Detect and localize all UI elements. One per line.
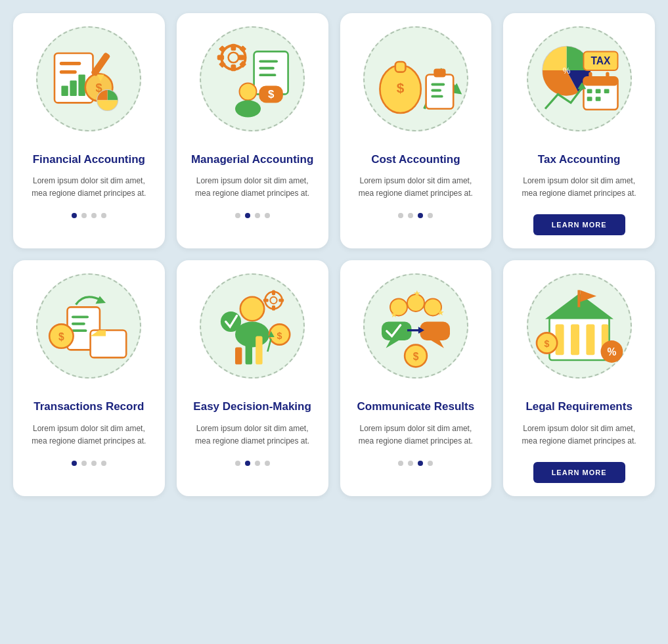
svg-text:★: ★ — [437, 308, 445, 318]
svg-rect-34 — [434, 68, 445, 77]
card-title-transactions: Transactions Record — [22, 392, 156, 418]
dot — [235, 461, 240, 466]
svg-point-63 — [270, 297, 277, 304]
svg-marker-81 — [431, 341, 444, 349]
svg-rect-49 — [587, 97, 592, 101]
dot — [428, 213, 433, 218]
svg-rect-80 — [420, 322, 450, 341]
dot — [418, 461, 423, 466]
svg-rect-65 — [272, 306, 275, 311]
card-desc-legal: Lorem ipsum dolor sit dim amet, mea regi… — [503, 419, 655, 455]
card-title-financial: Financial Accounting — [21, 145, 157, 171]
card-tax-accounting: % TAX — [503, 13, 655, 248]
card-communicate-results: $ ★ ★ ★ Communicate Results Lorem ipsum … — [340, 260, 492, 495]
svg-text:TAX: TAX — [590, 55, 611, 66]
card-desc-tax: Lorem ipsum dolor sit dim amet, mea regi… — [503, 171, 655, 208]
dot — [101, 461, 106, 466]
svg-text:%: % — [607, 347, 616, 358]
card-desc-communicate: Lorem ipsum dolor sit dim amet, mea regi… — [340, 419, 492, 455]
svg-rect-30 — [395, 62, 406, 72]
dot — [81, 461, 87, 466]
dot — [245, 213, 250, 218]
dot — [418, 213, 423, 218]
card-title-legal: Legal Requirements — [514, 392, 644, 418]
card-title-cost: Cost Accounting — [359, 145, 472, 171]
svg-rect-72 — [246, 342, 252, 365]
card-transactions-record: $ Transactions Record Lorem ipsum dolor … — [13, 260, 165, 495]
svg-text:$: $ — [58, 332, 64, 343]
svg-rect-4 — [70, 81, 77, 96]
svg-text:$: $ — [413, 351, 419, 362]
illustration-managerial: $ — [177, 13, 328, 145]
card-desc-decision: Lorem ipsum dolor sit dim amet, mea regi… — [177, 419, 328, 455]
dot — [255, 213, 260, 218]
learn-more-button-legal[interactable]: LEARN MORE — [533, 462, 625, 483]
svg-rect-5 — [79, 75, 85, 97]
illustration-cost: $ — [340, 13, 492, 145]
illustration-financial: $ — [13, 13, 165, 145]
card-desc-cost: Lorem ipsum dolor sit dim amet, mea regi… — [340, 171, 492, 208]
svg-rect-13 — [231, 44, 236, 51]
svg-rect-35 — [431, 83, 445, 86]
svg-text:%: % — [562, 66, 570, 76]
svg-rect-55 — [72, 330, 87, 333]
svg-rect-48 — [604, 89, 609, 94]
dots-financial — [72, 213, 106, 218]
card-financial-accounting: $ Financial Accounting Lorem ipsum dolor… — [13, 13, 165, 248]
svg-point-25 — [240, 83, 257, 101]
dots-communicate — [398, 461, 433, 466]
card-title-decision: Easy Decision-Making — [181, 392, 323, 418]
card-desc-transactions: Lorem ipsum dolor sit dim amet, mea regi… — [13, 419, 165, 455]
dot — [72, 461, 77, 466]
svg-rect-15 — [217, 55, 224, 60]
svg-rect-43 — [583, 77, 617, 85]
svg-rect-23 — [259, 67, 275, 70]
svg-rect-37 — [431, 95, 443, 98]
dots-decision — [235, 461, 270, 466]
svg-rect-47 — [595, 89, 600, 94]
card-desc-managerial: Lorem ipsum dolor sit dim amet, mea regi… — [177, 171, 328, 208]
svg-rect-17 — [219, 45, 226, 53]
svg-point-12 — [229, 53, 239, 63]
svg-rect-45 — [606, 72, 609, 81]
svg-text:$: $ — [277, 331, 282, 341]
dot — [245, 461, 250, 466]
illustration-transactions: $ — [13, 260, 165, 392]
dot — [91, 461, 97, 466]
svg-text:★: ★ — [413, 288, 421, 298]
svg-marker-59 — [96, 296, 106, 304]
dot — [101, 213, 106, 218]
svg-rect-92 — [586, 325, 594, 356]
card-cost-accounting: $ Cost Accounting Lorem ipsum dolor sit … — [340, 13, 492, 248]
svg-point-60 — [240, 297, 264, 321]
dots-transactions — [72, 461, 106, 466]
dot — [81, 213, 87, 218]
svg-rect-98 — [577, 290, 580, 308]
svg-rect-46 — [587, 89, 592, 94]
dot — [408, 213, 413, 218]
dot — [408, 461, 413, 466]
svg-rect-44 — [589, 72, 592, 81]
svg-marker-79 — [386, 341, 399, 349]
card-title-communicate: Communicate Results — [345, 392, 487, 418]
illustration-tax: % TAX — [503, 13, 655, 145]
svg-rect-3 — [62, 85, 68, 96]
svg-rect-64 — [272, 290, 275, 296]
illustration-legal: $ % — [503, 260, 655, 392]
dot — [428, 461, 433, 466]
svg-point-68 — [221, 311, 241, 332]
illustration-decision: $ — [177, 260, 328, 392]
svg-text:★: ★ — [390, 310, 398, 319]
svg-rect-67 — [278, 299, 284, 302]
dots-cost — [398, 213, 433, 218]
svg-rect-36 — [431, 89, 441, 92]
svg-text:$: $ — [268, 88, 275, 101]
svg-rect-16 — [238, 55, 244, 60]
learn-more-button-tax[interactable]: LEARN MORE — [533, 214, 625, 235]
svg-text:$: $ — [397, 80, 405, 95]
dot — [398, 213, 403, 218]
dot — [255, 461, 260, 466]
dot — [398, 461, 403, 466]
svg-rect-22 — [259, 60, 278, 62]
svg-rect-54 — [72, 323, 85, 325]
